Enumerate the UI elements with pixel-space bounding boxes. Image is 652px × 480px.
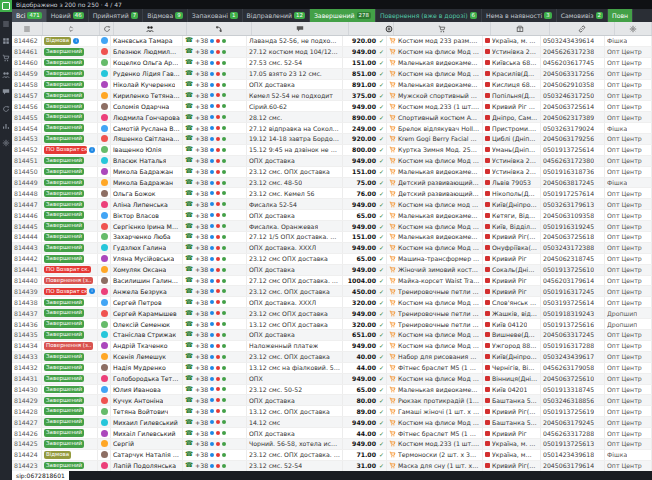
channel-dot-icon[interactable]: [222, 420, 226, 424]
tracking-number[interactable]: 0501913725614: [543, 146, 594, 153]
channel-dot-icon[interactable]: [216, 83, 220, 87]
channel-dot-icon[interactable]: [222, 289, 226, 293]
channel-dot-icon[interactable]: [210, 213, 214, 217]
channel-dot-icon[interactable]: [216, 387, 220, 391]
tracking-number[interactable]: 2045063179256: [543, 135, 594, 142]
info-icon[interactable]: i: [73, 38, 79, 44]
channel-dot-icon[interactable]: [222, 257, 226, 261]
channel-dot-icon[interactable]: [222, 191, 226, 195]
channel-dot-icon[interactable]: [210, 453, 214, 457]
table-row[interactable]: 814461ЗавершенийБлезнюк Людмила А…☎+3827…: [12, 47, 652, 58]
channel-dot-icon[interactable]: [222, 224, 226, 228]
tracking-number[interactable]: 0456263179058: [543, 364, 594, 371]
phone-icon[interactable]: ☎: [185, 70, 193, 77]
phone-icon[interactable]: ☎: [185, 37, 193, 44]
phone-icon[interactable]: ☎: [185, 266, 193, 273]
tracking-number[interactable]: 2045063725610: [543, 375, 594, 382]
table-row[interactable]: 814455ЗавершенийЛюдмила Гончарова☎+3828.…: [12, 112, 652, 123]
tab-packed[interactable]: Запаковані1: [188, 9, 243, 22]
phone-icon[interactable]: ☎: [185, 397, 193, 404]
channel-dot-icon[interactable]: [222, 137, 226, 141]
phone-icon[interactable]: ☎: [185, 233, 193, 240]
channel-dot-icon[interactable]: [210, 289, 214, 293]
channel-dot-icon[interactable]: [210, 235, 214, 239]
channel-dot-icon[interactable]: [216, 235, 220, 239]
channel-dot-icon[interactable]: [210, 115, 214, 119]
channel-dot-icon[interactable]: [210, 268, 214, 272]
sidebar-settings-icon[interactable]: [1, 138, 11, 148]
tracking-number[interactable]: 0456263172380: [543, 157, 594, 164]
tracking-number[interactable]: 2045062317389: [543, 114, 594, 121]
table-row[interactable]: 814440Повернення (з..Василишин Галина…☎+…: [12, 276, 652, 287]
phone-icon[interactable]: ☎: [185, 419, 193, 426]
tab-return-full[interactable]: Повн: [608, 9, 633, 22]
channel-dot-icon[interactable]: [216, 181, 220, 185]
tracking-number[interactable]: 2045626317238: [543, 48, 594, 55]
table-row[interactable]: 814460ЗавершенийКоцелко Ольга Ар…☎+3827.…: [12, 58, 652, 69]
channel-dot-icon[interactable]: [216, 170, 220, 174]
channel-dot-icon[interactable]: [216, 300, 220, 304]
channel-dot-icon[interactable]: [216, 344, 220, 348]
column-header-id[interactable]: [12, 22, 43, 35]
tracking-number[interactable]: 0501913318745: [543, 386, 594, 393]
channel-dot-icon[interactable]: [216, 159, 220, 163]
phone-icon[interactable]: ☎: [185, 201, 193, 208]
channel-dot-icon[interactable]: [216, 213, 220, 217]
tracking-number[interactable]: 0456263317288: [543, 430, 594, 437]
table-row[interactable]: 814435ЗавершенийСтаніслав Стрижак☎+38ОПХ…: [12, 330, 652, 341]
channel-dot-icon[interactable]: [216, 333, 220, 337]
tracking-number[interactable]: 0503243439617: [543, 353, 594, 360]
channel-dot-icon[interactable]: [216, 93, 220, 97]
channel-dot-icon[interactable]: [210, 387, 214, 391]
channel-dot-icon[interactable]: [222, 148, 226, 152]
channel-dot-icon[interactable]: [210, 398, 214, 402]
table-row[interactable]: 814438ЗавершенийСергей Петров☎+38ОПХ дос…: [12, 297, 652, 308]
tracking-number[interactable]: 0501913725619: [543, 408, 594, 415]
phone-icon[interactable]: ☎: [185, 342, 193, 349]
tracking-number[interactable]: 2045063725614: [543, 103, 594, 110]
tracking-number[interactable]: 0503243439614: [543, 37, 594, 44]
phone-icon[interactable]: ☎: [185, 364, 193, 371]
sip-caller-id[interactable]: sip:0672818601: [12, 471, 69, 480]
channel-dot-icon[interactable]: [222, 387, 226, 391]
channel-dot-icon[interactable]: [210, 464, 214, 468]
channel-dot-icon[interactable]: [216, 453, 220, 457]
tracking-number[interactable]: 0456203617745: [543, 59, 594, 66]
channel-dot-icon[interactable]: [210, 420, 214, 424]
channel-dot-icon[interactable]: [210, 170, 214, 174]
sidebar-orders-icon[interactable]: [1, 53, 11, 63]
column-header-reg[interactable]: [491, 22, 550, 35]
channel-dot-icon[interactable]: [210, 246, 214, 250]
channel-dot-icon[interactable]: [210, 224, 214, 228]
tracking-number[interactable]: 0501916317288: [543, 342, 594, 349]
phone-icon[interactable]: ☎: [185, 223, 193, 230]
column-header-av[interactable]: [100, 22, 114, 35]
channel-dot-icon[interactable]: [216, 377, 220, 381]
phone-icon[interactable]: ☎: [185, 386, 193, 393]
tracking-number[interactable]: 2045063725618: [543, 233, 594, 240]
channel-dot-icon[interactable]: [210, 409, 214, 413]
phone-icon[interactable]: ☎: [185, 244, 193, 251]
table-row[interactable]: 814437ЗавершенийСергей Карамышев☎+3823.1…: [12, 308, 652, 319]
sidebar-messages-icon[interactable]: [1, 87, 11, 97]
column-header-prod[interactable]: [394, 22, 491, 35]
phone-icon[interactable]: ☎: [185, 125, 193, 132]
channel-dot-icon[interactable]: [210, 257, 214, 261]
phone-icon[interactable]: ☎: [185, 255, 193, 262]
channel-dot-icon[interactable]: [216, 442, 220, 446]
channel-dot-icon[interactable]: [210, 83, 214, 87]
channel-dot-icon[interactable]: [216, 420, 220, 424]
channel-dot-icon[interactable]: [222, 115, 226, 119]
channel-dot-icon[interactable]: [222, 333, 226, 337]
channel-dot-icon[interactable]: [216, 464, 220, 468]
phone-icon[interactable]: ☎: [185, 179, 193, 186]
tab-return-transit[interactable]: Повернення (вже в дорозі)6: [376, 9, 482, 22]
channel-dot-icon[interactable]: [222, 431, 226, 435]
column-header-name[interactable]: [114, 22, 187, 35]
channel-dot-icon[interactable]: [216, 366, 220, 370]
table-row[interactable]: 814452ПО Возврат ск.iІващенко Юлія☎+3815…: [12, 145, 652, 156]
tab-pickup[interactable]: Самовивіз2: [557, 9, 608, 22]
channel-dot-icon[interactable]: [222, 344, 226, 348]
tracking-number[interactable]: 0503193725614: [543, 299, 594, 306]
channel-dot-icon[interactable]: [210, 93, 214, 97]
